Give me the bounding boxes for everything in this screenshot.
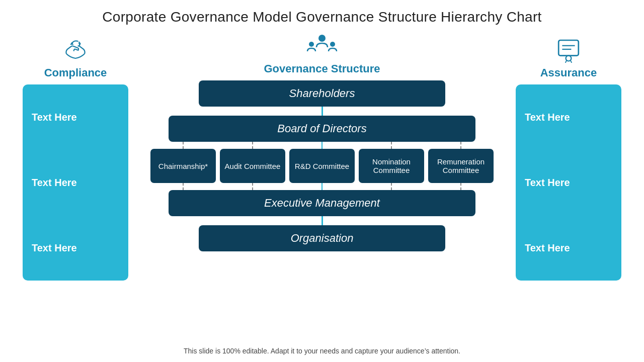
dash-col-b4: [359, 183, 424, 190]
svg-point-3: [309, 42, 314, 47]
footnote: This slide is 100% editable. Adapt it to…: [0, 347, 644, 355]
right-item-1: Text Here: [525, 103, 612, 132]
dash-b2: [252, 183, 253, 190]
solid-connector-b: [321, 183, 323, 190]
compliance-icon: [60, 34, 91, 64]
left-side-card: Text Here Text Here Text Here: [23, 84, 128, 281]
svg-point-2: [318, 35, 326, 42]
right-item-3: Text Here: [525, 233, 612, 263]
dash-col-4: [359, 142, 424, 149]
main-title: Corporate Governance Model Governance St…: [0, 0, 644, 30]
assurance-icon: [553, 34, 584, 64]
center-column: Governance Structure Shareholders Board …: [138, 30, 506, 251]
organisation-box: Organisation: [199, 225, 445, 251]
rd-committee-box: R&D Committee: [289, 149, 355, 183]
right-item-2: Text Here: [525, 168, 612, 198]
dash-5: [460, 142, 461, 149]
nomination-committee-box: Nomination Committee: [359, 149, 424, 183]
governance-icon: [304, 30, 340, 60]
dash-col-1: [150, 142, 216, 149]
dash-col-3: [289, 142, 355, 149]
committees-to-exec-connectors: [138, 183, 506, 190]
remuneration-committee-box: Remuneration Committee: [428, 149, 494, 183]
hierarchy-chart: Shareholders Board of Directors: [138, 80, 506, 251]
right-side-card: Text Here Text Here Text Here: [516, 84, 621, 281]
dash-1: [183, 142, 184, 149]
dash-b4: [391, 183, 392, 190]
compliance-title: Compliance: [44, 66, 107, 79]
dash-col-5: [428, 142, 494, 149]
governance-title: Governance Structure: [264, 62, 380, 75]
dash-col-b1: [150, 183, 216, 190]
assurance-title: Assurance: [540, 66, 597, 79]
left-item-2: Text Here: [32, 168, 119, 198]
dash-b5: [460, 183, 461, 190]
dash-col-b3: [289, 183, 355, 190]
left-column: Compliance Text Here Text Here Text Here: [18, 34, 133, 281]
shareholders-box: Shareholders: [199, 80, 445, 107]
connector-exec-org: [321, 216, 323, 225]
right-column: Assurance Text Here Text Here Text Here: [511, 34, 626, 281]
board-to-committees-connectors: [138, 142, 506, 149]
audit-committee-box: Audit Committee: [220, 149, 285, 183]
left-item-3: Text Here: [32, 233, 119, 263]
dash-b1: [183, 183, 184, 190]
dash-4: [391, 142, 392, 149]
connector-shareholders-board: [321, 107, 323, 116]
dash-col-2: [220, 142, 285, 149]
dash-2: [252, 142, 253, 149]
board-box: Board of Directors: [169, 116, 475, 142]
chairmanship-box: Chairmanship*: [150, 149, 216, 183]
svg-point-4: [330, 42, 335, 47]
committees-row: Chairmanship* Audit Committee R&D Commit…: [138, 149, 506, 183]
left-item-1: Text Here: [32, 103, 119, 132]
svg-rect-5: [558, 40, 579, 56]
svg-line-9: [566, 60, 567, 63]
solid-connector: [321, 142, 323, 149]
dash-col-b2: [220, 183, 285, 190]
executive-box: Executive Management: [169, 190, 475, 216]
dash-col-b5: [428, 183, 494, 190]
svg-line-10: [571, 60, 572, 63]
